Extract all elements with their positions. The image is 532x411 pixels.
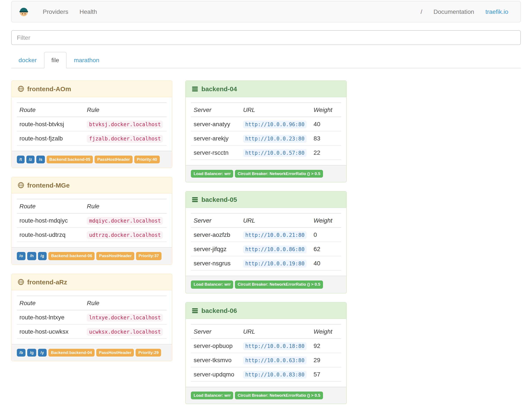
route-rule: mdqiyc.docker.localhost [87, 217, 163, 225]
backend-panel-header: backend-04 [186, 81, 346, 97]
servers-col-server: Server [191, 324, 240, 339]
server-row: server-anatyyhttp://10.0.0.96:8040 [191, 117, 341, 131]
panel-frontend-AOm: frontend-AOm Route Rule route-host-btvks… [11, 80, 172, 168]
servers-col-weight: Weight [311, 214, 341, 228]
frontend-panel-footer: /o/h/gBackend:backend-06PassHostHeaderPr… [12, 247, 172, 264]
tab-file[interactable]: file [44, 52, 66, 68]
frontend-title: frontend-MGe [27, 182, 70, 189]
servers-col-weight: Weight [311, 324, 341, 339]
route-row: route-host-btvksjbtvksj.docker.localhost [17, 117, 167, 131]
panel-backend-06: backend-06 Server URL Weight server-opbu… [185, 302, 347, 404]
route-name: route-host-udtrzq [17, 228, 85, 242]
routes-header-row: Route Rule [17, 296, 167, 310]
server-name: server-arekjy [191, 131, 240, 146]
route-name: route-host-ucwksx [17, 324, 85, 339]
server-row: server-arekjyhttp://10.0.0.23:8083 [191, 131, 341, 146]
server-weight: 22 [311, 146, 341, 160]
server-weight: 29 [311, 353, 341, 367]
server-url-cell: http://10.0.0.57:80 [240, 146, 311, 160]
nav-link-providers[interactable]: Providers [37, 8, 74, 15]
backend-title: backend-04 [201, 85, 237, 92]
nav-link-health[interactable]: Health [74, 8, 103, 15]
server-stack-icon [192, 307, 199, 314]
frontend-title: frontend-AOm [27, 85, 71, 92]
server-name: server-rscctn [191, 146, 240, 160]
backend-badge: Load Balancer: wrr [191, 391, 233, 400]
servers-col-server: Server [191, 214, 240, 228]
entrypoint-badge: /b [17, 349, 26, 357]
entrypoint-badge: /s [36, 156, 45, 164]
routes-table: Route Rule route-host-btvksjbtvksj.docke… [17, 102, 167, 146]
servers-table: Server URL Weight server-opbuophttp://10… [191, 324, 341, 382]
route-name: route-host-btvksj [17, 117, 85, 131]
frontend-panel-body: Route Rule route-host-lntxyelntxye.docke… [12, 290, 172, 344]
routes-col-rule: Rule [85, 296, 167, 310]
filter-input[interactable] [11, 30, 521, 45]
servers-table: Server URL Weight server-aozfzbhttp://10… [191, 213, 341, 271]
server-url: http://10.0.0.21:80 [243, 231, 307, 239]
routes-col-route: Route [17, 199, 85, 214]
navbar: Providers Health / Documentation traefik… [11, 1, 521, 22]
server-url-cell: http://10.0.0.23:80 [240, 131, 311, 146]
server-url: http://10.0.0.83:80 [243, 371, 307, 379]
backend-title: backend-06 [201, 307, 237, 314]
server-url: http://10.0.0.63:80 [243, 357, 307, 364]
frontend-tag-badge: PassHostHeader [96, 252, 134, 260]
server-weight: 92 [311, 339, 341, 353]
frontend-panel-header: frontend-aRz [12, 274, 172, 290]
servers-header-row: Server URL Weight [191, 214, 341, 228]
servers-col-server: Server [191, 103, 240, 117]
server-row: server-jifqgzhttp://10.0.0.86:8062 [191, 242, 341, 256]
main-container: Providers Health / Documentation traefik… [0, 0, 532, 411]
entrypoint-badge: /o [17, 252, 26, 260]
route-row: route-host-mdqiycmdqiyc.docker.localhost [17, 214, 167, 228]
entrypoint-badge: /z [26, 156, 35, 164]
routes-col-rule: Rule [85, 199, 167, 214]
routes-col-rule: Rule [85, 103, 167, 117]
backend-panel-header: backend-05 [186, 192, 346, 208]
entrypoint-badge: /g [28, 349, 36, 357]
servers-col-url: URL [240, 103, 311, 117]
server-url: http://10.0.0.57:80 [243, 149, 307, 157]
globe-icon [18, 86, 24, 92]
server-weight: 83 [311, 131, 341, 146]
frontend-title: frontend-aRz [27, 278, 67, 286]
route-rule: btvksj.docker.localhost [87, 121, 163, 128]
server-url-cell: http://10.0.0.63:80 [240, 353, 311, 367]
routes-table: Route Rule route-host-lntxyelntxye.docke… [17, 296, 167, 339]
backend-badge: Circuit Breaker: NetworkErrorRatio () > … [235, 391, 323, 400]
route-rule-cell: ucwksx.docker.localhost [85, 324, 167, 339]
backend-badge: Circuit Breaker: NetworkErrorRatio () > … [235, 170, 323, 178]
server-row: server-tksmvohttp://10.0.0.63:8029 [191, 353, 341, 367]
backend-panel-body: Server URL Weight server-anatyyhttp://10… [186, 97, 346, 165]
backend-badge: Circuit Breaker: NetworkErrorRatio () > … [235, 281, 323, 289]
server-url: http://10.0.0.18:80 [243, 342, 307, 350]
servers-table: Server URL Weight server-anatyyhttp://10… [191, 102, 341, 160]
backend-badge: Load Balancer: wrr [191, 281, 233, 289]
nav-link-traefik-io[interactable]: traefik.io [480, 8, 514, 15]
frontend-panel-footer: /t/z/sBackend:backend-05PassHostHeaderPr… [12, 151, 172, 168]
panel-frontend-aRz: frontend-aRz Route Rule route-host-lntxy… [11, 274, 172, 362]
server-url-cell: http://10.0.0.83:80 [240, 367, 311, 382]
server-url: http://10.0.0.86:80 [243, 246, 307, 254]
backend-panel-footer: Load Balancer: wrrCircuit Breaker: Netwo… [186, 387, 346, 404]
route-rule-cell: mdqiyc.docker.localhost [85, 214, 167, 228]
nav-link-documentation[interactable]: Documentation [428, 8, 480, 15]
frontend-tag-badge: Priority:40 [134, 156, 160, 164]
panel-frontend-MGe: frontend-MGe Route Rule route-host-mdqiy… [11, 177, 172, 265]
nav-slash[interactable]: / [415, 8, 428, 15]
route-rule-cell: lntxye.docker.localhost [85, 310, 167, 324]
route-rule-cell: btvksj.docker.localhost [85, 117, 167, 131]
server-row: server-updqmohttp://10.0.0.83:8057 [191, 367, 341, 382]
server-weight: 40 [311, 117, 341, 131]
page: Providers Health / Documentation traefik… [0, 0, 532, 411]
tab-docker[interactable]: docker [11, 52, 44, 68]
traefik-logo[interactable] [18, 6, 29, 17]
frontend-panel-header: frontend-AOm [12, 81, 172, 97]
tab-marathon[interactable]: marathon [66, 52, 107, 68]
navbar-left: Providers Health [18, 6, 103, 17]
server-stack-icon [192, 86, 199, 92]
frontend-tag-badge: Backend:backend-05 [47, 156, 93, 164]
server-name: server-tksmvo [191, 353, 240, 367]
backend-panel-body: Server URL Weight server-aozfzbhttp://10… [186, 208, 346, 276]
